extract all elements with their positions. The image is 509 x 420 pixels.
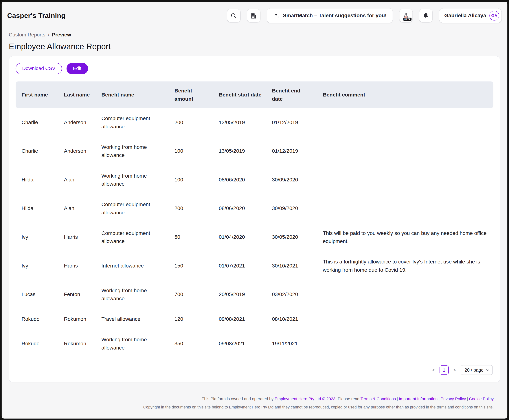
cell-last-name: Rokumon (58, 315, 96, 323)
table-row: Rokudo Rokumon Working from home allowan… (15, 329, 493, 358)
table-header-row: First name Last name Benefit name Benefi… (15, 81, 493, 108)
cell-benefit-start-date: 13/05/2019 (213, 118, 266, 126)
cell-benefit-amount: 350 (169, 339, 213, 347)
cell-last-name: Anderson (58, 118, 96, 126)
column-header-benefit-amount: Benefit amount (169, 86, 213, 103)
cell-benefit-start-date: 01/07/2021 (213, 262, 266, 270)
cell-last-name: Alan (58, 204, 96, 212)
cell-last-name: Rokumon (58, 339, 96, 347)
cell-benefit-end-date: 08/10/2021 (266, 315, 317, 323)
user-name: Gabriella Alicaya (444, 13, 486, 18)
table-row: Lucas Fenton Working from home allowance… (15, 280, 493, 309)
chevron-down-icon (486, 369, 489, 371)
cell-benefit-end-date: 03/02/2020 (266, 290, 317, 298)
table-body: Charlie Anderson Computer equipment allo… (15, 108, 493, 358)
cell-benefit-end-date: 30/09/2020 (266, 176, 317, 184)
report-toolbar: Download CSV Edit (15, 63, 493, 74)
footer-company-link[interactable]: Employment Hero Pty Ltd © 2023 (275, 397, 335, 401)
page: Casper's Training (2, 2, 507, 419)
cell-benefit-name: Working from home allowance (95, 335, 169, 352)
cell-first-name: Ivy (15, 233, 58, 241)
search-button[interactable] (227, 9, 240, 22)
breadcrumb-custom-reports[interactable]: Custom Reports (9, 32, 45, 38)
footer-link-cookie-policy[interactable]: Cookie Policy (469, 397, 494, 401)
company-button[interactable] (247, 9, 260, 22)
user-menu[interactable]: Gabriella Alicaya GA (439, 8, 501, 23)
cell-benefit-start-date: 08/06/2020 (213, 204, 266, 212)
cell-benefit-name: Computer equipment allowance (95, 229, 169, 245)
cell-benefit-end-date: 30/05/2020 (266, 233, 317, 241)
smartmatch-label: SmartMatch – Talent suggestions for you! (283, 13, 387, 18)
column-header-benefit-end-date: Benefit end date (266, 86, 317, 103)
cell-first-name: Hilda (15, 204, 58, 212)
cell-first-name: Hilda (15, 176, 58, 184)
pagination: < 1 > 20 / page (16, 365, 493, 375)
cell-benefit-name: Travel allowance (95, 315, 169, 323)
cell-benefit-amount: 200 (169, 118, 213, 126)
cell-benefit-start-date: 09/08/2021 (213, 339, 266, 347)
cell-benefit-amount: 100 (169, 176, 213, 184)
beta-badge: BETA (403, 17, 411, 21)
main-content: Custom Reports / Preview Employee Allowa… (2, 32, 507, 410)
table-row: Charlie Anderson Computer equipment allo… (15, 108, 493, 137)
cell-first-name: Lucas (15, 290, 58, 298)
footer-link-terms[interactable]: Terms & Conditions (361, 397, 396, 401)
previous-page-button[interactable]: < (431, 366, 436, 373)
cell-benefit-comment: This will be paid to you weekly so you c… (317, 229, 493, 245)
cell-benefit-start-date: 01/04/2020 (213, 233, 266, 241)
cell-benefit-amount: 120 (169, 315, 213, 323)
header-actions: SmartMatch – Talent suggestions for you!… (227, 8, 501, 23)
page-footer: This Platform is owned and operated by E… (9, 396, 500, 410)
table-row: Charlie Anderson Working from home allow… (15, 137, 493, 165)
beta-labs-button[interactable]: BETA (399, 9, 412, 22)
column-header-last-name: Last name (58, 91, 96, 99)
edit-button[interactable]: Edit (66, 63, 88, 74)
cell-benefit-amount: 700 (169, 290, 213, 298)
breadcrumb: Custom Reports / Preview (9, 32, 500, 38)
app-title: Casper's Training (7, 12, 65, 20)
cell-last-name: Harris (58, 262, 96, 270)
cell-benefit-comment: This is a fortnightly allowance to cover… (317, 257, 493, 274)
table-row: Hilda Alan Working from home allowance 1… (15, 165, 493, 194)
cell-first-name: Rokudo (15, 339, 58, 347)
notifications-button[interactable] (419, 9, 432, 22)
column-header-benefit-comment: Benefit comment (317, 91, 493, 99)
footer-link-separator: | (439, 397, 440, 401)
page-title: Employee Allowance Report (9, 42, 500, 51)
cell-benefit-start-date: 20/05/2019 (213, 290, 266, 298)
cell-first-name: Charlie (15, 147, 58, 155)
cell-benefit-name: Internet allowance (95, 262, 169, 270)
cell-benefit-end-date: 30/09/2020 (266, 204, 317, 212)
footer-copyright-line: Copyright in the documents on this site … (15, 404, 494, 410)
breadcrumb-separator: / (48, 32, 49, 38)
cell-benefit-end-date: 01/12/2019 (266, 118, 317, 126)
breadcrumb-current: Preview (52, 32, 71, 38)
table-row: Hilda Alan Computer equipment allowance … (15, 194, 493, 223)
footer-text-prefix: This Platform is owned and operated by (202, 397, 275, 401)
next-page-button[interactable]: > (452, 366, 457, 373)
page-size-select[interactable]: 20 / page (461, 365, 493, 375)
cell-first-name: Ivy (15, 262, 58, 270)
avatar: GA (489, 11, 499, 21)
column-header-first-name: First name (15, 91, 58, 99)
table-row: Ivy Harris Internet allowance 150 01/07/… (15, 251, 493, 280)
cell-last-name: Alan (58, 176, 96, 184)
footer-link-separator: | (397, 397, 398, 401)
download-csv-button[interactable]: Download CSV (15, 63, 62, 74)
column-header-benefit-start-date: Benefit start date (213, 91, 266, 99)
cell-benefit-name: Working from home allowance (95, 286, 169, 302)
smartmatch-button[interactable]: SmartMatch – Talent suggestions for you! (267, 8, 393, 23)
cell-benefit-amount: 150 (169, 262, 213, 270)
cell-first-name: Rokudo (15, 315, 58, 323)
cell-first-name: Charlie (15, 118, 58, 126)
cell-last-name: Anderson (58, 147, 96, 155)
cell-benefit-amount: 50 (169, 233, 213, 241)
cell-last-name: Harris (58, 233, 96, 241)
cell-benefit-amount: 200 (169, 204, 213, 212)
footer-link-important-information[interactable]: Important Information (399, 397, 438, 401)
building-icon (250, 12, 257, 19)
footer-link-privacy-policy[interactable]: Privacy Policy (441, 397, 466, 401)
footer-link-separator: | (467, 397, 468, 401)
page-1-button[interactable]: 1 (440, 365, 449, 375)
window-frame: Casper's Training (0, 0, 509, 420)
